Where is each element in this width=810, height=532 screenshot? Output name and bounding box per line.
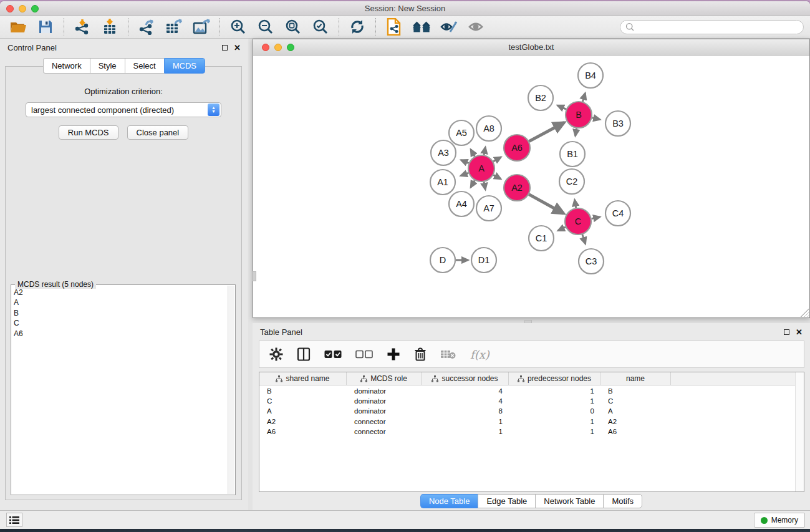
- mcds-result-item[interactable]: A6: [14, 329, 228, 339]
- graph-edge-A-A2[interactable]: [493, 175, 501, 179]
- mcds-result-item[interactable]: A: [14, 297, 228, 307]
- close-panel-icon[interactable]: ✕: [234, 45, 241, 51]
- table-cell[interactable]: A: [600, 406, 671, 416]
- zoom-out-icon[interactable]: [256, 18, 275, 36]
- table-cell[interactable]: connector: [347, 417, 422, 427]
- table-row[interactable]: A6connector11A6: [259, 427, 794, 437]
- table-cell[interactable]: 4: [422, 396, 509, 406]
- table-close-panel-icon[interactable]: ✕: [796, 329, 803, 335]
- graph-edge-B-B3[interactable]: [592, 118, 600, 120]
- table-cell[interactable]: A2: [600, 417, 671, 427]
- zoom-window-button[interactable]: [31, 5, 39, 12]
- table-row[interactable]: Bdominator41B: [259, 386, 794, 396]
- graph-edge-A-A1[interactable]: [461, 173, 468, 175]
- zoom-selected-icon[interactable]: [311, 18, 330, 36]
- tab-mcds[interactable]: MCDS: [164, 58, 205, 74]
- open-session-icon[interactable]: [9, 18, 27, 36]
- table-row[interactable]: A2connector11A2: [259, 417, 794, 427]
- table-cell[interactable]: 1: [509, 427, 600, 437]
- table-cell[interactable]: A2: [259, 417, 347, 427]
- table-cell[interactable]: 4: [422, 386, 509, 396]
- graph-edge-A-A3[interactable]: [461, 160, 468, 163]
- network-from-file-icon[interactable]: [385, 18, 403, 36]
- split-pane-icon[interactable]: [297, 345, 311, 364]
- window-resize-grip[interactable]: [801, 309, 809, 317]
- mcds-result-item[interactable]: C: [14, 318, 228, 328]
- graph-edge-C-C2[interactable]: [575, 200, 576, 208]
- table-scrollbar[interactable]: [795, 372, 804, 491]
- network-window-titlebar[interactable]: testGlobe.txt: [253, 39, 809, 56]
- network-close-button[interactable]: [262, 44, 269, 51]
- save-session-icon[interactable]: [36, 18, 55, 36]
- mcds-result-item[interactable]: A2: [14, 288, 228, 297]
- table-cell[interactable]: 1: [422, 417, 509, 427]
- table-cell[interactable]: A6: [600, 427, 671, 437]
- graph-edge-A6-B[interactable]: [529, 123, 564, 142]
- table-cell[interactable]: A: [259, 406, 347, 416]
- table-cell[interactable]: C: [259, 396, 347, 406]
- tab-style[interactable]: Style: [90, 58, 125, 74]
- delete-column-trash-icon[interactable]: [414, 345, 427, 364]
- import-network-icon[interactable]: [73, 18, 92, 36]
- add-column-icon[interactable]: [387, 345, 400, 364]
- table-cell[interactable]: 0: [509, 406, 600, 416]
- column-header-name[interactable]: name: [600, 372, 671, 385]
- column-header-shared-name[interactable]: shared name: [259, 372, 347, 385]
- graph-edge-B-B4[interactable]: [582, 93, 585, 102]
- graph-edge-A-A7[interactable]: [484, 182, 485, 190]
- graph-edge-A-A8[interactable]: [484, 147, 485, 155]
- tab-node-table[interactable]: Node Table: [420, 494, 478, 508]
- column-header-MCDS-role[interactable]: MCDS role: [347, 372, 422, 385]
- table-cell[interactable]: connector: [347, 427, 422, 437]
- network-canvas[interactable]: AA1A2A3A4A5A6A7A8BB1B2B3B4CC1C2C3C4DD1: [253, 56, 809, 317]
- show-graphics-details-icon[interactable]: [440, 18, 458, 36]
- table-cell[interactable]: 8: [422, 406, 509, 416]
- network-zoom-button[interactable]: [287, 44, 294, 51]
- tab-network-table[interactable]: Network Table: [535, 494, 603, 508]
- close-panel-button[interactable]: Close panel: [127, 125, 189, 140]
- function-builder-icon[interactable]: f(x): [470, 348, 489, 361]
- graph-edge-A-A4[interactable]: [471, 180, 475, 187]
- search-input[interactable]: [635, 23, 791, 32]
- table-cell[interactable]: 1: [509, 396, 600, 406]
- close-window-button[interactable]: [6, 5, 14, 12]
- graph-edge-A-A5[interactable]: [471, 150, 475, 157]
- table-cell[interactable]: 1: [509, 417, 600, 427]
- tab-network[interactable]: Network: [43, 58, 90, 74]
- table-row[interactable]: Cdominator41C: [259, 396, 794, 406]
- table-cell[interactable]: A6: [259, 427, 347, 437]
- float-panel-icon[interactable]: [222, 45, 228, 51]
- table-cell[interactable]: dominator: [347, 406, 422, 416]
- select-all-checkboxes-icon[interactable]: [324, 345, 342, 364]
- criterion-dropdown[interactable]: largest connected component (directed) ▲…: [26, 102, 221, 117]
- refresh-icon[interactable]: [348, 18, 367, 36]
- run-mcds-button[interactable]: Run MCDS: [59, 125, 118, 140]
- table-cell[interactable]: C: [600, 396, 671, 406]
- graph-edge-C-C1[interactable]: [558, 227, 566, 230]
- table-cell[interactable]: 1: [509, 386, 600, 396]
- mcds-result-scrollbar[interactable]: [228, 286, 234, 494]
- graph-edge-B-B1[interactable]: [576, 128, 577, 136]
- memory-button[interactable]: Memory: [754, 513, 805, 528]
- minimize-window-button[interactable]: [19, 5, 26, 12]
- column-header-predecessor-nodes[interactable]: predecessor nodes: [509, 372, 600, 385]
- delete-table-icon[interactable]: [440, 345, 456, 364]
- tab-select[interactable]: Select: [125, 58, 164, 74]
- graph-edge-A-A6[interactable]: [493, 157, 501, 162]
- table-float-panel-icon[interactable]: [784, 329, 789, 335]
- table-cell[interactable]: dominator: [347, 396, 422, 406]
- tab-motifs[interactable]: Motifs: [603, 494, 642, 508]
- search-input-box[interactable]: [620, 20, 804, 34]
- tab-edge-table[interactable]: Edge Table: [478, 494, 535, 508]
- graph-edge-A2-C[interactable]: [529, 195, 564, 214]
- mcds-result-item[interactable]: B: [14, 308, 228, 318]
- table-cell[interactable]: B: [259, 386, 347, 396]
- network-area-vertical-scrollbar[interactable]: [253, 271, 256, 281]
- export-table-icon[interactable]: [165, 18, 183, 36]
- table-cell[interactable]: B: [600, 386, 671, 396]
- table-cell[interactable]: 1: [422, 427, 509, 437]
- graph-edge-B-B2[interactable]: [557, 105, 566, 109]
- table-cell[interactable]: dominator: [347, 386, 422, 396]
- zoom-fit-icon[interactable]: [284, 18, 302, 36]
- graph-edge-C-C4[interactable]: [592, 217, 600, 219]
